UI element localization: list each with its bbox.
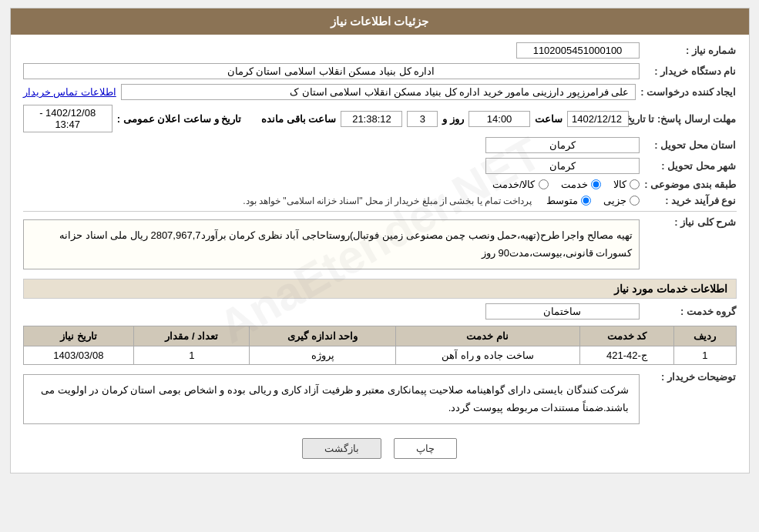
tozihat-row: توضیحات خریدار : شرکت کنندگان بایستی دار… — [23, 371, 737, 427]
sharh-row: شرح کلی نیاز : تهیه مصالح واجرا طرح(تهیه… — [23, 216, 737, 273]
radio-kala-label: کالا — [613, 179, 626, 190]
roz-label: روز و — [442, 113, 464, 125]
ostan-value: کرمان — [485, 137, 640, 153]
baghimande-label: ساعت باقی مانده — [261, 113, 336, 125]
col-name: نام خدمت — [395, 326, 579, 346]
content-area: شماره نیاز : 1102005451000100 نام دستگاه… — [11, 35, 749, 473]
noeFarayand-label: نوع فرآیند خرید : — [644, 195, 737, 206]
tozihat-value: شرکت کنندگان بایستی دارای گواهینامه صلاح… — [23, 374, 640, 424]
col-vahed: واحد اندازه گیری — [250, 326, 395, 346]
noeFarayand-desc: پرداخت تمام یا بخشی از مبلغ خریدار از مح… — [243, 196, 532, 206]
page-title: جزئیات اطلاعات نیاز — [331, 15, 428, 28]
shomareNiaz-value: 1102005451000100 — [516, 42, 640, 59]
col-tarikh: تاریخ نیاز — [23, 326, 134, 346]
namDastgah-label: نام دستگاه خریدار : — [644, 65, 737, 77]
shomareNiaz-label: شماره نیاز : — [644, 45, 737, 56]
noeFarayand-row: نوع فرآیند خرید : جزیی متوسط پرداخت تمام… — [23, 195, 737, 206]
radio-kala-khadamat-label: کالا/خدمت — [492, 179, 536, 190]
namDastgah-row: نام دستگاه خریدار : اداره کل بنیاد مسکن … — [23, 63, 737, 79]
col-kod: کد خدمت — [579, 326, 673, 346]
radio-kala-item: کالا — [613, 179, 640, 190]
radio-khadamat-item: خدمت — [561, 179, 601, 190]
sharh-value: تهیه مصالح واجرا طرح(تهیه،حمل ونصب چمن م… — [23, 219, 640, 269]
radio-motovaset-label: متوسط — [546, 195, 578, 206]
radio-kala-khadamat-item: کالا/خدمت — [492, 179, 549, 190]
radio-motovaset-item: متوسط — [546, 195, 591, 206]
radio-jazyi[interactable] — [630, 196, 640, 206]
radio-jazyi-item: جزیی — [603, 195, 640, 206]
ostan-row: استان محل تحویل : کرمان — [23, 137, 737, 153]
tarikh-elan-label: تاریخ و ساعت اعلان عمومی : — [117, 113, 241, 125]
radio-khadamat[interactable] — [591, 179, 601, 189]
services-table-wrapper: ردیف کد خدمت نام خدمت واحد اندازه گیری ت… — [23, 326, 737, 365]
mhlt-row: مهلت ارسال پاسخ: تا تاریخ: 1402/12/12 سا… — [23, 105, 737, 132]
print-button[interactable]: چاپ — [394, 438, 457, 459]
col-radif: ردیف — [673, 326, 736, 346]
tozihat-label: توضیحات خریدار : — [644, 371, 737, 383]
shahr-value: کرمان — [485, 158, 640, 174]
ij-link[interactable]: اطلاعات تماس خریدار — [23, 86, 116, 98]
khadamat-section-header: اطلاعات خدمات مورد نیاز — [23, 279, 737, 299]
back-button[interactable]: بازگشت — [302, 438, 381, 459]
ostan-label: استان محل تحویل : — [644, 139, 737, 151]
tarikh-date-value: 1402/12/12 — [567, 111, 629, 127]
ij-value: علی فرامرزپور دارزینی مامور خرید اداره ک… — [121, 84, 636, 100]
ij-row: ایجاد کننده درخواست : علی فرامرزپور دارز… — [23, 84, 737, 100]
page-header: جزئیات اطلاعات نیاز — [11, 8, 749, 35]
radio-jazyi-label: جزیی — [603, 195, 626, 206]
radio-motovaset[interactable] — [581, 196, 591, 206]
baghimande-value: 21:38:12 — [341, 111, 402, 127]
col-tedad: تعداد / مقدار — [134, 326, 250, 346]
saat-label: ساعت — [535, 113, 563, 125]
divider1 — [23, 211, 737, 212]
tabaqe-radio-group: کالا خدمت کالا/خدمت — [492, 179, 640, 190]
buttons-row: چاپ بازگشت — [23, 438, 737, 459]
goroh-value: ساختمان — [485, 303, 640, 320]
radio-khadamat-label: خدمت — [561, 179, 588, 190]
shahr-label: شهر محل تحویل : — [644, 160, 737, 172]
tarikh-label: مهلت ارسال پاسخ: تا تاریخ: — [633, 113, 736, 125]
services-table: ردیف کد خدمت نام خدمت واحد اندازه گیری ت… — [23, 326, 737, 365]
sharh-label: شرح کلی نیاز : — [644, 216, 737, 228]
tarikh-elan-value: 1402/12/08 - 13:47 — [23, 105, 113, 132]
tabaqe-row: طبقه بندی موضوعی : کالا خدمت کالا/خدمت — [23, 179, 737, 190]
saat-value: 14:00 — [468, 111, 530, 127]
radio-kala-khadamat[interactable] — [539, 179, 549, 189]
ij-label: ایجاد کننده درخواست : — [640, 86, 736, 98]
roz-value: 3 — [407, 111, 438, 127]
farayand-radio-group: جزیی متوسط — [546, 195, 640, 206]
shomareNiaz-row: شماره نیاز : 1102005451000100 — [23, 42, 737, 59]
goroh-label: گروه خدمت : — [644, 306, 737, 317]
namDastgah-value: اداره کل بنیاد مسکن انقلاب اسلامی استان … — [23, 63, 640, 79]
shahr-row: شهر محل تحویل : کرمان — [23, 158, 737, 174]
table-row: 1ج-42-421ساخت جاده و راه آهنپروژه11403/0… — [23, 346, 736, 364]
page-container: AnaEtender.NET جزئیات اطلاعات نیاز شماره… — [10, 8, 750, 473]
goroh-row: گروه خدمت : ساختمان — [23, 303, 737, 320]
tabaqe-label: طبقه بندی موضوعی : — [644, 179, 737, 190]
radio-kala[interactable] — [630, 179, 640, 189]
